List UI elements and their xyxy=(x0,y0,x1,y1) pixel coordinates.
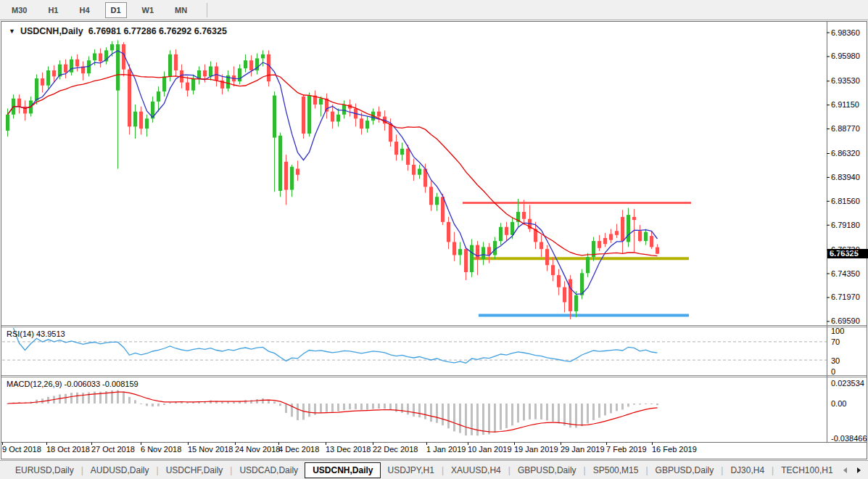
price-axis-label: 6.93530 xyxy=(831,77,860,85)
rsi-axis-label: 100 xyxy=(831,327,844,335)
time-axis-label: 4 Dec 2018 xyxy=(278,445,319,454)
chart-tab-dj30-h4[interactable]: DJ30,H4 xyxy=(724,463,771,478)
tab-separator: | xyxy=(157,465,159,475)
chart-tab-sp500-m15[interactable]: SP500,M15 xyxy=(587,463,645,478)
rsi-axis-label: 70 xyxy=(831,338,840,346)
chart-symbol-label: USDCNH,Daily xyxy=(20,26,83,36)
time-axis-label: 19 Jan 2019 xyxy=(514,445,558,454)
chart-canvas[interactable] xyxy=(0,0,868,479)
chart-tab-xauusd-h4[interactable]: XAUUSD,H4 xyxy=(445,463,508,478)
time-axis-label: 22 Dec 2018 xyxy=(373,445,418,454)
price-axis-label: 6.88770 xyxy=(831,125,860,133)
tab-separator: | xyxy=(721,465,723,475)
tab-separator: | xyxy=(772,465,774,475)
time-axis-label: 6 Nov 2018 xyxy=(141,445,181,454)
tab-scroll-arrows xyxy=(840,461,864,479)
chart-tab-tech100-h1[interactable]: TECH100,H1 xyxy=(774,463,839,478)
price-axis-label: 6.79180 xyxy=(831,221,860,229)
chart-tab-usdjpy-h1[interactable]: USDJPY,H1 xyxy=(381,463,440,478)
tab-separator: | xyxy=(230,465,232,475)
tab-scroll-left-icon[interactable] xyxy=(843,467,847,473)
macd-axis-label: 0.023534 xyxy=(831,380,864,388)
price-axis-label: 6.98360 xyxy=(831,29,860,37)
time-axis-label: 29 Jan 2019 xyxy=(561,445,605,454)
macd-axis-label: 0.00 xyxy=(831,400,846,408)
time-axis-label: 15 Nov 2018 xyxy=(188,445,233,454)
price-axis-label: 6.86320 xyxy=(831,150,860,157)
time-axis-label: 10 Jan 2019 xyxy=(468,445,512,454)
chart-tab-usdcnh-daily[interactable]: USDCNH,Daily xyxy=(305,462,381,478)
price-axis-label: 6.91150 xyxy=(831,101,859,109)
chart-title: ▼ USDCNH,Daily 6.76981 6.77286 6.76292 6… xyxy=(9,26,227,36)
chart-tab-bar: EURUSD,Daily|AUDUSD,Daily|USDCHF,Daily|U… xyxy=(0,460,868,479)
time-axis-label: 7 Feb 2019 xyxy=(606,445,647,454)
chart-dropdown-icon[interactable]: ▼ xyxy=(9,28,15,35)
price-axis-label: 6.81560 xyxy=(831,197,860,205)
chart-tab-eurusd-daily[interactable]: EURUSD,Daily xyxy=(9,463,80,478)
rsi-axis-label: 30 xyxy=(831,357,840,365)
macd-axis-label: -0.038466 xyxy=(831,435,867,443)
time-axis-label: 18 Oct 2018 xyxy=(46,445,90,454)
macd-indicator-label: MACD(12,26,9) -0.006033 -0.008159 xyxy=(7,380,139,388)
time-axis-label: 13 Dec 2018 xyxy=(326,445,371,454)
tab-separator: | xyxy=(81,465,83,475)
time-axis-label: 16 Feb 2019 xyxy=(652,445,697,454)
tab-separator: | xyxy=(508,465,511,475)
tab-separator: | xyxy=(645,465,648,475)
chart-tab-gbpusd-daily[interactable]: GBPUSD,Daily xyxy=(511,463,583,478)
tab-separator: | xyxy=(442,465,444,475)
price-axis-label: 6.76730 xyxy=(831,246,860,254)
tab-separator: | xyxy=(584,465,586,475)
tab-scroll-right-icon[interactable] xyxy=(857,467,861,473)
price-axis-label: 6.69590 xyxy=(831,317,860,325)
time-axis-label: 1 Jan 2019 xyxy=(426,445,466,454)
chart-tab-usdcad-daily[interactable]: USDCAD,Daily xyxy=(233,463,305,478)
chart-tab-usdchf-daily[interactable]: USDCHF,Daily xyxy=(160,463,230,478)
time-axis-label: 9 Oct 2018 xyxy=(2,445,41,454)
time-axis-label: 24 Nov 2018 xyxy=(235,445,280,454)
price-axis-label: 6.83940 xyxy=(831,173,860,181)
time-axis-label: 27 Oct 2018 xyxy=(91,445,135,454)
trading-app-window: M30H1H4D1W1MN ▼ USDCNH,Daily 6.76981 6.7… xyxy=(0,0,868,479)
price-axis-label: 6.71970 xyxy=(831,293,860,301)
price-axis-label: 6.95980 xyxy=(831,52,860,60)
rsi-indicator-label: RSI(14) 43.9513 xyxy=(7,329,65,338)
chart-ohlc-values: 6.76981 6.77286 6.76292 6.76325 xyxy=(88,26,227,36)
rsi-axis-label: 0 xyxy=(831,368,835,376)
chart-tab-audusd-daily[interactable]: AUDUSD,Daily xyxy=(84,463,156,478)
chart-tab-gbpusd-daily[interactable]: GBPUSD,Daily xyxy=(649,463,721,478)
price-axis-label: 6.74350 xyxy=(831,270,860,278)
